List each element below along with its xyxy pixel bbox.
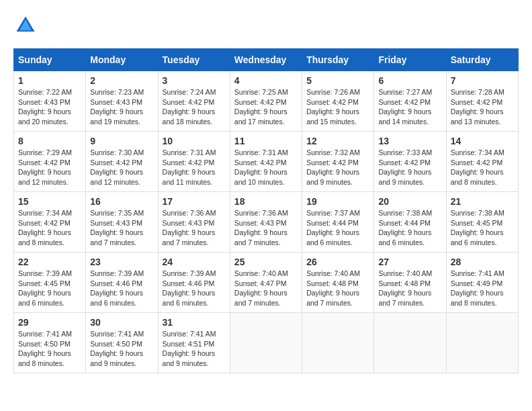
weekday-header-friday: Friday [374,49,446,71]
day-number: 18 [234,196,298,207]
calendar-cell: 11 Sunrise: 7:31 AMSunset: 4:42 PMDaylig… [230,132,302,192]
day-info: Sunrise: 7:31 AMSunset: 4:42 PMDaylight:… [163,148,226,187]
calendar-cell: 30 Sunrise: 7:41 AMSunset: 4:50 PMDaylig… [86,313,158,373]
calendar-week-3: 15 Sunrise: 7:34 AMSunset: 4:42 PMDaylig… [14,192,519,253]
day-info: Sunrise: 7:41 AMSunset: 4:50 PMDaylight:… [18,329,81,369]
logo-icon [13,13,38,38]
calendar-cell: 8 Sunrise: 7:29 AMSunset: 4:42 PMDayligh… [14,132,86,192]
day-number: 4 [234,75,298,86]
day-info: Sunrise: 7:36 AMSunset: 4:43 PMDaylight:… [163,208,226,248]
day-info: Sunrise: 7:30 AMSunset: 4:42 PMDaylight:… [90,148,153,187]
day-info: Sunrise: 7:33 AMSunset: 4:42 PMDaylight:… [378,148,441,187]
calendar-cell [446,313,518,373]
day-info: Sunrise: 7:39 AMSunset: 4:46 PMDaylight:… [90,269,153,308]
day-number: 15 [18,196,81,207]
day-info: Sunrise: 7:41 AMSunset: 4:51 PMDaylight:… [163,329,226,369]
calendar-cell: 12 Sunrise: 7:32 AMSunset: 4:42 PMDaylig… [302,132,374,192]
day-number: 25 [234,257,298,267]
day-number: 14 [451,136,514,146]
weekday-header-row: SundayMondayTuesdayWednesdayThursdayFrid… [14,49,519,71]
day-number: 9 [90,136,153,146]
day-info: Sunrise: 7:39 AMSunset: 4:45 PMDaylight:… [18,269,81,308]
calendar-cell: 31 Sunrise: 7:41 AMSunset: 4:51 PMDaylig… [158,313,230,373]
calendar-cell: 26 Sunrise: 7:40 AMSunset: 4:48 PMDaylig… [302,253,374,313]
calendar-cell: 24 Sunrise: 7:39 AMSunset: 4:46 PMDaylig… [158,253,230,313]
day-info: Sunrise: 7:38 AMSunset: 4:45 PMDaylight:… [451,208,514,248]
day-number: 5 [306,75,369,86]
calendar-table: SundayMondayTuesdayWednesdayThursdayFrid… [13,48,519,373]
calendar-cell: 23 Sunrise: 7:39 AMSunset: 4:46 PMDaylig… [86,253,158,313]
calendar-cell: 28 Sunrise: 7:41 AMSunset: 4:49 PMDaylig… [446,253,518,313]
day-info: Sunrise: 7:26 AMSunset: 4:42 PMDaylight:… [306,87,369,127]
day-number: 23 [90,257,153,267]
calendar-cell: 20 Sunrise: 7:38 AMSunset: 4:44 PMDaylig… [374,192,446,253]
calendar-cell: 4 Sunrise: 7:25 AMSunset: 4:42 PMDayligh… [230,71,302,132]
day-number: 22 [18,257,81,267]
day-info: Sunrise: 7:41 AMSunset: 4:49 PMDaylight:… [451,269,514,308]
day-info: Sunrise: 7:31 AMSunset: 4:42 PMDaylight:… [234,148,298,187]
day-info: Sunrise: 7:27 AMSunset: 4:42 PMDaylight:… [378,87,441,127]
calendar-cell: 19 Sunrise: 7:37 AMSunset: 4:44 PMDaylig… [302,192,374,253]
day-number: 8 [18,136,81,146]
day-info: Sunrise: 7:35 AMSunset: 4:43 PMDaylight:… [90,208,153,248]
calendar-cell [374,313,446,373]
day-number: 19 [306,196,369,207]
weekday-header-tuesday: Tuesday [158,49,230,71]
day-info: Sunrise: 7:28 AMSunset: 4:42 PMDaylight:… [451,87,514,127]
page-header [13,13,519,38]
calendar-cell: 22 Sunrise: 7:39 AMSunset: 4:45 PMDaylig… [14,253,86,313]
day-info: Sunrise: 7:38 AMSunset: 4:44 PMDaylight:… [378,208,441,248]
day-info: Sunrise: 7:40 AMSunset: 4:48 PMDaylight:… [378,269,441,308]
weekday-header-thursday: Thursday [302,49,374,71]
day-info: Sunrise: 7:23 AMSunset: 4:43 PMDaylight:… [90,87,153,127]
calendar-week-1: 1 Sunrise: 7:22 AMSunset: 4:43 PMDayligh… [14,71,519,132]
day-info: Sunrise: 7:40 AMSunset: 4:48 PMDaylight:… [306,269,369,308]
day-info: Sunrise: 7:24 AMSunset: 4:42 PMDaylight:… [163,87,226,127]
logo [13,13,40,38]
calendar-cell: 13 Sunrise: 7:33 AMSunset: 4:42 PMDaylig… [374,132,446,192]
day-number: 29 [18,317,81,328]
calendar-cell: 25 Sunrise: 7:40 AMSunset: 4:47 PMDaylig… [230,253,302,313]
day-number: 11 [234,136,298,146]
day-info: Sunrise: 7:34 AMSunset: 4:42 PMDaylight:… [18,208,81,248]
day-number: 20 [378,196,441,207]
day-number: 31 [163,317,226,328]
calendar-cell: 27 Sunrise: 7:40 AMSunset: 4:48 PMDaylig… [374,253,446,313]
calendar-cell: 18 Sunrise: 7:36 AMSunset: 4:43 PMDaylig… [230,192,302,253]
day-info: Sunrise: 7:41 AMSunset: 4:50 PMDaylight:… [90,329,153,369]
calendar-cell: 5 Sunrise: 7:26 AMSunset: 4:42 PMDayligh… [302,71,374,132]
calendar-cell: 10 Sunrise: 7:31 AMSunset: 4:42 PMDaylig… [158,132,230,192]
day-number: 21 [451,196,514,207]
day-number: 1 [18,75,81,86]
calendar-cell: 3 Sunrise: 7:24 AMSunset: 4:42 PMDayligh… [158,71,230,132]
day-info: Sunrise: 7:22 AMSunset: 4:43 PMDaylight:… [18,87,81,127]
day-info: Sunrise: 7:25 AMSunset: 4:42 PMDaylight:… [234,87,298,127]
day-info: Sunrise: 7:34 AMSunset: 4:42 PMDaylight:… [451,148,514,187]
calendar-cell: 2 Sunrise: 7:23 AMSunset: 4:43 PMDayligh… [86,71,158,132]
calendar-week-4: 22 Sunrise: 7:39 AMSunset: 4:45 PMDaylig… [14,253,519,313]
calendar-cell: 9 Sunrise: 7:30 AMSunset: 4:42 PMDayligh… [86,132,158,192]
calendar-cell [230,313,302,373]
day-number: 28 [451,257,514,267]
calendar-cell: 14 Sunrise: 7:34 AMSunset: 4:42 PMDaylig… [446,132,518,192]
day-number: 17 [163,196,226,207]
calendar-week-5: 29 Sunrise: 7:41 AMSunset: 4:50 PMDaylig… [14,313,519,373]
calendar-cell: 7 Sunrise: 7:28 AMSunset: 4:42 PMDayligh… [446,71,518,132]
weekday-header-wednesday: Wednesday [230,49,302,71]
calendar-body: 1 Sunrise: 7:22 AMSunset: 4:43 PMDayligh… [14,71,519,373]
day-info: Sunrise: 7:36 AMSunset: 4:43 PMDaylight:… [234,208,298,248]
day-number: 24 [163,257,226,267]
day-number: 26 [306,257,369,267]
day-number: 2 [90,75,153,86]
day-number: 27 [378,257,441,267]
day-number: 16 [90,196,153,207]
day-number: 10 [163,136,226,146]
day-info: Sunrise: 7:32 AMSunset: 4:42 PMDaylight:… [306,148,369,187]
day-info: Sunrise: 7:39 AMSunset: 4:46 PMDaylight:… [163,269,226,308]
calendar-cell: 17 Sunrise: 7:36 AMSunset: 4:43 PMDaylig… [158,192,230,253]
calendar-cell: 16 Sunrise: 7:35 AMSunset: 4:43 PMDaylig… [86,192,158,253]
day-info: Sunrise: 7:37 AMSunset: 4:44 PMDaylight:… [306,208,369,248]
day-number: 12 [306,136,369,146]
day-number: 30 [90,317,153,328]
day-info: Sunrise: 7:40 AMSunset: 4:47 PMDaylight:… [234,269,298,308]
